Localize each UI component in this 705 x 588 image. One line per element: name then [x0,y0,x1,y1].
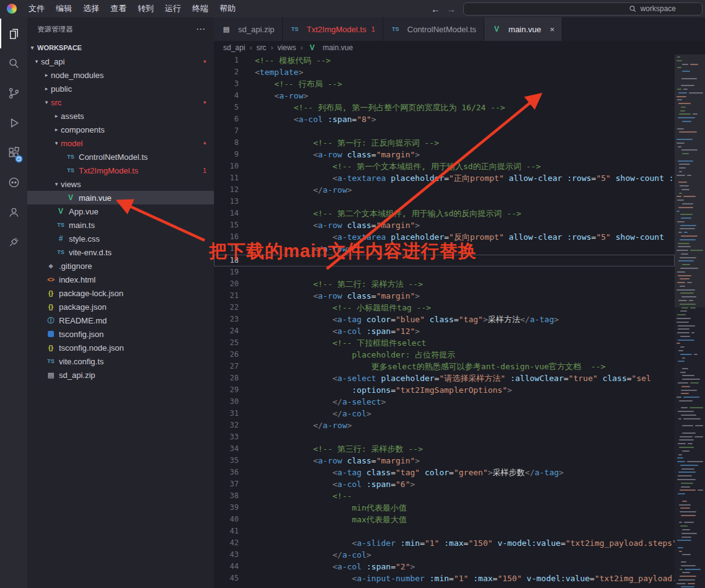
line-number[interactable]: 2 [214,66,239,78]
menu-item-1[interactable]: 编辑 [50,0,78,17]
explorer-icon[interactable] [0,19,27,48]
code-line-18[interactable]: 18 [214,255,675,266]
line-number[interactable]: 17 [214,243,239,255]
code-line-30[interactable]: 30 </a-select> [214,396,675,408]
tree-item-readme-md[interactable]: ⓘREADME.md [27,314,214,327]
code-line-20[interactable]: 20 <!-- 第二行: 采样方法 --> [214,278,675,290]
menu-item-6[interactable]: 终端 [187,0,214,17]
line-number[interactable]: 16 [214,231,239,243]
line-number[interactable]: 1 [214,55,239,66]
tab-sd-api-zip[interactable]: ▤sd_api.zip [214,17,283,41]
tree-item-controlnetmodel-ts[interactable]: TSControlNetModel.ts [27,150,214,164]
tree-item-assets[interactable]: ▸assets [27,109,214,123]
line-number[interactable]: 28 [214,372,239,384]
code-line-10[interactable]: 10 <!-- 第一个文本域组件, 用于输入sd的正向提示词 --> [214,160,675,172]
back-icon[interactable]: ← [431,4,440,14]
code-line-33[interactable]: 33 [214,431,675,443]
tree-item-vite-config-ts[interactable]: TSvite.config.ts [27,354,214,368]
line-number[interactable]: 37 [214,478,239,490]
code-line-19[interactable]: 19 [214,266,675,278]
code-line-29[interactable]: 29 :options="txt2ImgSamplerOptions"> [214,384,675,396]
line-number[interactable]: 32 [214,419,239,431]
line-number[interactable]: 43 [214,549,239,561]
code-line-28[interactable]: 28 <a-select placeholder="请选择采样方法" :allo… [214,372,675,384]
code-line-32[interactable]: 32 </a-row> [214,419,675,431]
tree-item-sd-api[interactable]: ▾sd_api● [27,55,214,68]
breadcrumb-item-main-vue[interactable]: Vmain.vue [307,43,353,52]
line-number[interactable]: 45 [214,573,239,584]
code-line-4[interactable]: 4 <a-row> [214,90,675,102]
code-line-1[interactable]: 1<!-- 模板代码 --> [214,55,675,66]
line-number[interactable]: 23 [214,314,239,325]
code-line-2[interactable]: 2<template> [214,66,675,78]
tree-item-style-css[interactable]: #style.css [27,232,214,245]
line-number[interactable]: 44 [214,561,239,573]
code-line-37[interactable]: 37 <a-col :span="6"> [214,478,675,490]
minimap[interactable] [675,55,705,588]
search-icon[interactable] [0,48,27,78]
line-number[interactable]: 24 [214,325,239,337]
tree-item-index-html[interactable]: <>index.html [27,273,214,286]
code-line-8[interactable]: 8 <!-- 第一行: 正反向提示词 --> [214,137,675,149]
line-number[interactable]: 26 [214,349,239,361]
tree-item-gitignore[interactable]: ◆.gitignore [27,259,214,273]
line-number[interactable]: 5 [214,102,239,113]
run-debug-icon[interactable] [0,108,27,138]
code-line-6[interactable]: 6 <a-col :span="8"> [214,113,675,125]
line-number[interactable]: 15 [214,219,239,231]
line-number[interactable]: 41 [214,525,239,537]
line-number[interactable]: 35 [214,455,239,467]
line-number[interactable]: 29 [214,384,239,396]
copilot-icon[interactable] [0,167,27,197]
code-line-27[interactable]: 27 更多select的熟悉感可以参考ant-design-vue官方文档 --… [214,361,675,372]
code-line-26[interactable]: 26 placeholder: 占位符提示 [214,349,675,361]
code-line-17[interactable]: 17 </a-row> [214,243,675,255]
tree-item-tsconfig-node-json[interactable]: {}tsconfig.node.json [27,341,214,354]
tab-controlnetmodel-ts[interactable]: TSControlNetModel.ts [383,17,484,41]
tree-item-views[interactable]: ▾views [27,177,214,191]
line-number[interactable]: 12 [214,184,239,196]
line-number[interactable]: 13 [214,196,239,208]
code-line-15[interactable]: 15 <a-row class="margin"> [214,219,675,231]
code-line-11[interactable]: 11 <a-textarea placeholder="正向prompt" al… [214,172,675,184]
code-line-7[interactable]: 7 [214,125,675,137]
code-line-44[interactable]: 44 <a-col :span="2"> [214,561,675,573]
remote-icon[interactable] [0,227,27,257]
code-line-38[interactable]: 38 <!-- [214,490,675,502]
line-number[interactable]: 36 [214,467,239,478]
code-line-21[interactable]: 21 <a-row class="margin"> [214,290,675,302]
line-number[interactable]: 34 [214,443,239,455]
menu-item-3[interactable]: 查看 [105,0,132,17]
code-line-3[interactable]: 3 <!-- 行布局 --> [214,78,675,90]
line-number[interactable]: 18 [214,255,239,266]
tree-item-node-modules[interactable]: ▸node_modules [27,68,214,82]
command-search-input[interactable]: workspace [463,2,703,15]
line-number[interactable]: 10 [214,160,239,172]
menu-item-7[interactable]: 帮助 [214,0,241,17]
menu-item-4[interactable]: 转到 [132,0,159,17]
code-line-31[interactable]: 31 </a-col> [214,408,675,419]
tree-item-components[interactable]: ▸components [27,123,214,136]
line-number[interactable]: 22 [214,302,239,314]
source-control-icon[interactable] [0,78,27,108]
accounts-icon[interactable] [0,197,27,227]
line-number[interactable]: 33 [214,431,239,443]
code-line-45[interactable]: 45 <a-input-number :min="1" :max="150" v… [214,573,675,584]
tree-item-app-vue[interactable]: VApp.vue [27,204,214,218]
code-line-5[interactable]: 5 <!-- 列布局, 第一列占整个网页的宽度比为 16/24 --> [214,102,675,113]
line-number[interactable]: 14 [214,208,239,219]
code-line-9[interactable]: 9 <a-row class="margin"> [214,149,675,160]
code-line-24[interactable]: 24 <a-col :span="12"> [214,325,675,337]
tree-item-package-lock-json[interactable]: {}package-lock.json [27,286,214,300]
tree-item-txt2imgmodel-ts[interactable]: TSTxt2ImgModel.ts1 [27,164,214,177]
code-line-43[interactable]: 43 </a-col> [214,549,675,561]
line-number[interactable]: 11 [214,172,239,184]
code-line-42[interactable]: 42 <a-slider :min="1" :max="150" v-model… [214,537,675,549]
code-line-40[interactable]: 40 max代表最大值 [214,514,675,525]
line-number[interactable]: 42 [214,537,239,549]
code-editor[interactable]: 1<!-- 模板代码 -->2<template>3 <!-- 行布局 -->4… [214,55,675,588]
code-line-34[interactable]: 34 <!-- 第三行: 采样步数 --> [214,443,675,455]
code-line-16[interactable]: 16 <a-textarea placeholder="反向prompt" al… [214,231,675,243]
code-line-36[interactable]: 36 <a-tag class="tag" color="green">采样步数… [214,467,675,478]
tab-txt2imgmodel-ts[interactable]: TSTxt2ImgModel.ts1 [283,17,383,41]
